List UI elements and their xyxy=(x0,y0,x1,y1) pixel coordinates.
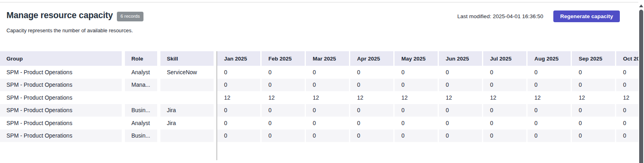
capacity-value-cell[interactable]: 0 xyxy=(572,130,616,142)
capacity-value-cell[interactable]: 0 xyxy=(306,130,350,142)
scrollbar-thumb[interactable] xyxy=(639,10,643,163)
table-row: SPM - Product OperationsAnalystJira00000… xyxy=(0,117,638,130)
month-column-header: Jan 2025 xyxy=(217,51,262,66)
capacity-value-cell[interactable]: 0 xyxy=(306,117,350,130)
column-gap xyxy=(157,79,160,92)
capacity-value-cell[interactable]: 0 xyxy=(616,66,638,79)
capacity-value-cell[interactable]: 12 xyxy=(350,91,395,104)
capacity-value-cell[interactable]: 0 xyxy=(350,104,395,117)
column-gap xyxy=(157,130,160,142)
regenerate-capacity-button[interactable]: Regenerate capacity xyxy=(553,10,620,22)
skill-cell: ServiceNow xyxy=(160,66,214,79)
column-gap xyxy=(157,51,160,66)
capacity-value-cell[interactable]: 0 xyxy=(528,79,572,92)
capacity-value-cell[interactable]: 0 xyxy=(572,104,616,117)
capacity-value-cell[interactable]: 0 xyxy=(217,117,262,130)
capacity-value-cell[interactable]: 0 xyxy=(439,79,483,92)
page-title: Manage resource capacity xyxy=(6,10,113,21)
capacity-value-cell[interactable]: 0 xyxy=(528,104,572,117)
month-column-header: Sep 2025 xyxy=(572,51,616,66)
capacity-value-cell[interactable]: 0 xyxy=(262,117,306,130)
capacity-value-cell[interactable]: 0 xyxy=(616,79,638,92)
vertical-scrollbar[interactable] xyxy=(638,0,644,163)
capacity-value-cell[interactable]: 0 xyxy=(350,79,395,92)
capacity-value-cell[interactable]: 0 xyxy=(306,104,350,117)
capacity-value-cell[interactable]: 0 xyxy=(572,117,616,130)
capacity-value-cell[interactable]: 0 xyxy=(483,79,528,92)
capacity-value-cell[interactable]: 0 xyxy=(616,130,638,142)
role-cell: Mana... xyxy=(125,79,157,92)
role-cell: Analyst xyxy=(125,117,157,130)
column-gap xyxy=(122,130,125,142)
capacity-value-cell[interactable]: 0 xyxy=(483,66,528,79)
capacity-value-cell[interactable]: 0 xyxy=(528,117,572,130)
skill-cell xyxy=(160,91,214,104)
capacity-value-cell[interactable]: 0 xyxy=(528,66,572,79)
skill-cell xyxy=(160,79,214,92)
capacity-value-cell[interactable]: 0 xyxy=(306,79,350,92)
capacity-value-cell[interactable]: 12 xyxy=(306,91,350,104)
capacity-value-cell[interactable]: 0 xyxy=(217,79,262,92)
role-column-header: Role xyxy=(125,51,157,66)
role-cell: Busin... xyxy=(125,104,157,117)
frozen-column-divider xyxy=(216,51,217,160)
table-row: SPM - Product OperationsBusin...Jira0000… xyxy=(0,104,638,117)
capacity-value-cell[interactable]: 0 xyxy=(217,104,262,117)
column-gap xyxy=(157,117,160,130)
scroll-up-arrow-icon[interactable] xyxy=(639,4,643,7)
skill-cell xyxy=(160,130,214,142)
capacity-value-cell[interactable]: 12 xyxy=(483,91,528,104)
capacity-value-cell[interactable]: 0 xyxy=(217,66,262,79)
column-gap xyxy=(122,79,125,92)
capacity-value-cell[interactable]: 0 xyxy=(616,117,638,130)
capacity-value-cell[interactable]: 12 xyxy=(439,91,483,104)
month-column-header: Jul 2025 xyxy=(483,51,528,66)
table-row: SPM - Product OperationsBusin...00000000… xyxy=(0,130,638,142)
skill-cell: Jira xyxy=(160,117,214,130)
capacity-value-cell[interactable]: 0 xyxy=(262,104,306,117)
capacity-value-cell[interactable]: 0 xyxy=(262,66,306,79)
capacity-value-cell[interactable]: 12 xyxy=(395,91,439,104)
table-body: SPM - Product OperationsAnalystServiceNo… xyxy=(0,66,638,142)
capacity-value-cell[interactable]: 0 xyxy=(483,104,528,117)
capacity-value-cell[interactable]: 0 xyxy=(306,66,350,79)
capacity-value-cell[interactable]: 0 xyxy=(483,130,528,142)
capacity-value-cell[interactable]: 0 xyxy=(395,66,439,79)
capacity-value-cell[interactable]: 0 xyxy=(395,130,439,142)
capacity-value-cell[interactable]: 0 xyxy=(439,117,483,130)
capacity-value-cell[interactable]: 0 xyxy=(350,130,395,142)
capacity-value-cell[interactable]: 12 xyxy=(528,91,572,104)
capacity-value-cell[interactable]: 0 xyxy=(395,117,439,130)
last-modified-text: Last modified: 2025-04-01 16:36:50 xyxy=(457,13,543,19)
capacity-value-cell[interactable]: 0 xyxy=(439,104,483,117)
capacity-value-cell[interactable]: 0 xyxy=(350,66,395,79)
month-column-header: Mar 2025 xyxy=(306,51,350,66)
capacity-value-cell[interactable]: 12 xyxy=(572,91,616,104)
capacity-value-cell[interactable]: 0 xyxy=(572,66,616,79)
table-row: SPM - Product OperationsMana...000000000… xyxy=(0,79,638,92)
capacity-value-cell[interactable]: 12 xyxy=(616,91,638,104)
table-header-row: Group Role Skill Jan 2025Feb 2025Mar 202… xyxy=(0,51,638,66)
role-cell: Busin... xyxy=(125,130,157,142)
group-column-header: Group xyxy=(0,51,122,66)
column-gap xyxy=(157,66,160,79)
capacity-value-cell[interactable]: 0 xyxy=(217,130,262,142)
capacity-value-cell[interactable]: 0 xyxy=(262,130,306,142)
capacity-value-cell[interactable]: 0 xyxy=(262,79,306,92)
capacity-value-cell[interactable]: 0 xyxy=(395,79,439,92)
capacity-value-cell[interactable]: 0 xyxy=(616,104,638,117)
group-cell: SPM - Product Operations xyxy=(0,91,122,104)
capacity-value-cell[interactable]: 0 xyxy=(572,79,616,92)
table-row: SPM - Product Operations1212121212121212… xyxy=(0,91,638,104)
capacity-value-cell[interactable]: 0 xyxy=(483,117,528,130)
column-gap xyxy=(157,104,160,117)
skill-column-header: Skill xyxy=(160,51,214,66)
capacity-value-cell[interactable]: 12 xyxy=(217,91,262,104)
capacity-value-cell[interactable]: 0 xyxy=(395,104,439,117)
capacity-value-cell[interactable]: 0 xyxy=(528,130,572,142)
column-gap xyxy=(157,91,160,104)
capacity-value-cell[interactable]: 12 xyxy=(262,91,306,104)
capacity-value-cell[interactable]: 0 xyxy=(439,66,483,79)
capacity-value-cell[interactable]: 0 xyxy=(439,130,483,142)
capacity-value-cell[interactable]: 0 xyxy=(350,117,395,130)
